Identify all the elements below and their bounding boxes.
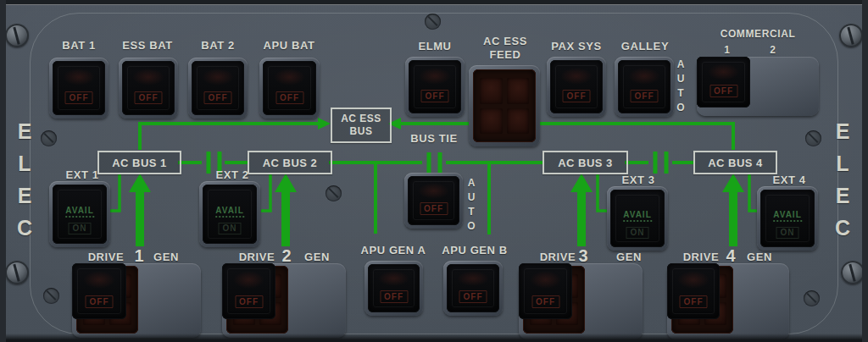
apu-bat-button[interactable]: OFF xyxy=(259,58,320,119)
bat1-button[interactable]: OFF xyxy=(49,58,108,119)
channel-3-number: 3 xyxy=(578,246,587,266)
ext4-button[interactable]: AVAILON xyxy=(757,186,818,251)
elmu-face: OFF xyxy=(409,60,461,113)
apu-bat-face: OFF xyxy=(263,61,316,115)
commercial-2-button[interactable]: OFF xyxy=(697,57,750,108)
ac-ess-bus-box: AC ESSBUS xyxy=(331,108,392,143)
screw-icon xyxy=(43,288,59,304)
gen1-label: GEN xyxy=(153,251,179,263)
pax-sys-face: OFF xyxy=(550,60,603,113)
screw-icon xyxy=(41,130,57,146)
ext3-label: EXT 3 xyxy=(621,174,654,186)
ac-ess-feed-label-1: AC ESS xyxy=(483,35,527,47)
ext1-face: AVAILON xyxy=(53,185,107,244)
gen4-group: OFF xyxy=(667,263,789,339)
gen2-button[interactable]: OFF xyxy=(222,263,275,319)
ac-ess-feed-button[interactable] xyxy=(469,65,540,146)
commercial-label: COMMERCIAL xyxy=(721,28,796,40)
galley-label: GALLEY xyxy=(621,40,669,52)
drive1-label: DRIVE xyxy=(88,251,125,263)
galley-auto-label: AUTO xyxy=(675,58,687,116)
panel-title-left: ELEC xyxy=(12,119,36,248)
gen3-label: GEN xyxy=(616,251,642,263)
apu-gen-b-button[interactable]: OFF xyxy=(443,261,503,316)
channel-4-number: 4 xyxy=(726,246,735,266)
bat2-label: BAT 2 xyxy=(201,39,235,52)
panel-left-edge xyxy=(0,0,6,342)
bat1-label: BAT 1 xyxy=(62,39,96,52)
panel-top-edge xyxy=(0,0,868,5)
screw-icon xyxy=(805,130,821,146)
ext4-face: AVAILON xyxy=(760,190,815,247)
gen3-button[interactable]: OFF xyxy=(519,263,572,319)
elmu-button[interactable]: OFF xyxy=(405,57,465,117)
screw-icon xyxy=(5,261,29,284)
apu-gen-b-label: APU GEN B xyxy=(442,244,508,256)
gen4-label: GEN xyxy=(747,251,772,263)
gen2-group: OFF xyxy=(222,263,346,338)
screw-icon xyxy=(326,185,342,201)
commercial-2-label: 2 xyxy=(770,44,776,56)
apu-gen-b-face: OFF xyxy=(447,264,499,312)
bus-tie-auto-label: AUTO xyxy=(465,177,477,234)
gen4-button[interactable]: OFF xyxy=(667,263,720,319)
ext2-button[interactable]: AVAILON xyxy=(199,181,260,247)
gen1-button[interactable]: OFF xyxy=(72,263,126,319)
elec-overhead-panel: ELEC ELEC BAT 1 ESS BAT BAT 2 APU BAT EL… xyxy=(0,0,868,342)
ext3-button[interactable]: AVAILON xyxy=(607,186,668,251)
galley-button[interactable]: OFF xyxy=(615,57,674,117)
screw-icon xyxy=(841,261,865,284)
ext4-label: EXT 4 xyxy=(772,174,805,186)
ac-bus-1-box: AC BUS 1 xyxy=(97,151,181,174)
gen1-group: OFF xyxy=(72,263,201,338)
ext2-face: AVAILON xyxy=(203,185,257,244)
apu-gen-a-button[interactable]: OFF xyxy=(364,261,423,316)
panel-bottom-edge xyxy=(0,334,868,342)
ess-bat-face: OFF xyxy=(122,61,175,115)
bat2-button[interactable]: OFF xyxy=(188,58,248,119)
bus-tie-label: BUS TIE xyxy=(410,132,457,145)
gen2-label: GEN xyxy=(304,251,330,263)
apu-bat-label: APU BAT xyxy=(263,39,314,52)
apu-gen-a-label: APU GEN A xyxy=(360,244,426,256)
ac-bus-3-box: AC BUS 3 xyxy=(542,151,628,174)
bat1-face: OFF xyxy=(53,61,105,115)
elmu-label: ELMU xyxy=(418,40,451,52)
pax-sys-button[interactable]: OFF xyxy=(547,57,606,117)
pax-sys-label: PAX SYS xyxy=(551,40,602,52)
ess-bat-label: ESS BAT xyxy=(122,39,173,52)
commercial-group: OFF OFF xyxy=(697,57,819,116)
ess-bat-button[interactable]: OFF xyxy=(119,58,178,119)
bus-tie-button[interactable]: OFF xyxy=(404,173,463,229)
ac-ess-feed-annunciator xyxy=(473,69,536,142)
apu-gen-a-face: OFF xyxy=(368,264,420,312)
panel-right-edge xyxy=(862,0,868,342)
gen3-group: OFF xyxy=(519,263,643,339)
bat2-face: OFF xyxy=(192,61,244,115)
ext3-face: AVAILON xyxy=(610,190,665,247)
channel-1-number: 1 xyxy=(134,246,143,266)
galley-face: OFF xyxy=(618,60,670,113)
drive4-label: DRIVE xyxy=(683,251,720,263)
panel-title-right: ELEC xyxy=(830,119,854,248)
ac-ess-feed-label-2: FEED xyxy=(489,48,520,61)
ext2-label: EXT 2 xyxy=(215,168,248,181)
screw-icon xyxy=(425,14,441,30)
ext1-button[interactable]: AVAILON xyxy=(49,181,110,247)
screw-icon xyxy=(5,24,29,47)
screw-icon xyxy=(839,24,863,47)
screw-icon xyxy=(804,290,820,306)
ac-bus-4-box: AC BUS 4 xyxy=(693,151,777,174)
commercial-1-label: 1 xyxy=(724,44,730,56)
drive3-label: DRIVE xyxy=(540,251,576,263)
ext1-label: EXT 1 xyxy=(65,168,98,181)
channel-2-number: 2 xyxy=(281,246,291,266)
drive2-label: DRIVE xyxy=(239,251,275,263)
ac-bus-2-box: AC BUS 2 xyxy=(248,151,332,174)
bus-tie-face: OFF xyxy=(408,176,459,225)
